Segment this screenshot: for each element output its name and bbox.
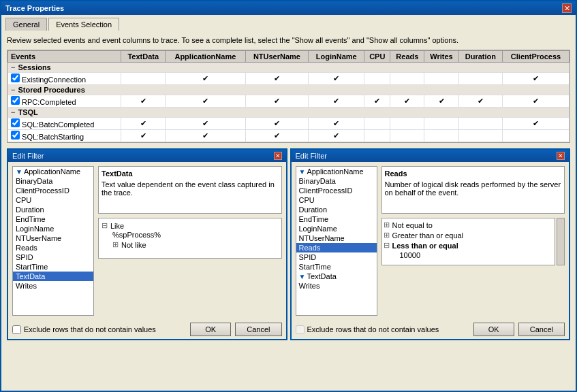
filter-value: %spProcess% <box>112 231 161 239</box>
list-item-reads-selected[interactable]: Reads <box>296 243 377 252</box>
cell-ntusername[interactable]: ✔ <box>245 95 309 108</box>
expand-icon[interactable]: ⊟ <box>102 221 108 230</box>
tab-events-selection[interactable]: Events Selection <box>48 18 119 31</box>
cell-appname[interactable]: ✔ <box>166 95 245 108</box>
expand-minus-icon[interactable]: ⊟ <box>384 241 390 250</box>
cell-cpu[interactable] <box>364 130 390 142</box>
list-item[interactable]: BinaryData <box>296 176 377 186</box>
list-item-selected[interactable]: TextData <box>13 272 93 281</box>
ef2-exclude-row: Exclude rows that do not contain values <box>296 325 439 334</box>
list-item[interactable]: SPID <box>13 252 93 262</box>
list-item[interactable]: ClientProcessID <box>296 186 377 195</box>
row-checkbox[interactable] <box>11 118 20 127</box>
cell-duration[interactable] <box>458 73 502 85</box>
cell-clientprocess[interactable]: ✔ <box>503 118 570 130</box>
col-cpu: CPU <box>364 51 390 63</box>
ef2-cancel-button[interactable]: Cancel <box>518 323 565 336</box>
list-item[interactable]: StartTime <box>13 262 93 272</box>
edit-filter-2-close-button[interactable]: ✕ <box>557 152 565 160</box>
cell-loginname[interactable]: ✔ <box>309 118 364 130</box>
ef1-right-section: TextData Text value dependent on the eve… <box>98 166 282 316</box>
list-item[interactable]: LoginName <box>13 224 93 233</box>
list-item[interactable]: Duration <box>296 205 377 214</box>
row-checkbox[interactable] <box>11 74 20 82</box>
cell-loginname[interactable]: ✔ <box>309 73 364 85</box>
tab-content: Review selected events and event columns… <box>1 31 576 346</box>
ef1-cancel-button[interactable]: Cancel <box>235 323 281 336</box>
list-item[interactable]: LoginName <box>296 224 377 233</box>
expand-plus-icon[interactable]: ⊞ <box>384 220 390 229</box>
cell-textdata[interactable]: ✔ <box>121 95 166 108</box>
cell-writes[interactable] <box>424 73 458 85</box>
list-item[interactable]: SPID <box>296 252 377 262</box>
tab-bar: General Events Selection <box>1 15 576 31</box>
cell-loginname[interactable]: ✔ <box>309 130 364 142</box>
edit-filter-2-body: ▼ApplicationName BinaryData ClientProces… <box>292 162 570 320</box>
cell-textdata[interactable]: ✔ <box>121 118 166 130</box>
cell-reads[interactable] <box>390 130 424 142</box>
list-item[interactable]: BinaryData <box>13 176 93 186</box>
cell-ntusername[interactable]: ✔ <box>245 130 309 142</box>
list-item[interactable]: EndTime <box>296 214 377 224</box>
cell-ntusername[interactable]: ✔ <box>245 118 309 130</box>
expand-plus-icon-2[interactable]: ⊞ <box>384 231 390 240</box>
cell-cpu[interactable] <box>364 73 390 85</box>
list-item[interactable]: NTUserName <box>296 233 377 243</box>
ef1-list[interactable]: ▼ApplicationName BinaryData ClientProces… <box>12 166 94 316</box>
list-item[interactable]: EndTime <box>13 214 93 224</box>
filter-scrollbar[interactable] <box>557 218 565 265</box>
cell-duration[interactable]: ✔ <box>458 95 502 108</box>
ef2-footer: Exclude rows that do not contain values … <box>292 320 570 339</box>
cell-writes[interactable] <box>424 130 458 142</box>
cell-clientprocess[interactable]: ✔ <box>503 95 570 108</box>
list-item[interactable]: CPU <box>13 195 93 205</box>
ef2-ok-button[interactable]: OK <box>473 323 514 336</box>
tab-general[interactable]: General <box>5 18 47 31</box>
ef2-filter-list[interactable]: ⊞ Not equal to ⊞ Greater than or equal ⊟… <box>381 218 556 265</box>
cell-appname[interactable]: ✔ <box>166 130 245 142</box>
edit-filter-1-close-button[interactable]: ✕ <box>274 152 282 160</box>
window-close-button[interactable]: ✕ <box>562 3 572 13</box>
cell-writes[interactable]: ✔ <box>424 95 458 108</box>
cell-loginname[interactable]: ✔ <box>309 95 364 108</box>
cell-reads[interactable] <box>390 73 424 85</box>
cell-cpu[interactable]: ✔ <box>364 95 390 108</box>
ef2-exclude-checkbox[interactable] <box>296 325 305 334</box>
cell-clientprocess[interactable] <box>503 130 570 142</box>
cell-cpu[interactable] <box>364 118 390 130</box>
cell-appname[interactable]: ✔ <box>166 73 245 85</box>
cell-ntusername[interactable]: ✔ <box>245 73 309 85</box>
list-item[interactable]: ▼TextData <box>296 272 377 281</box>
cell-textdata[interactable]: ✔ <box>121 130 166 142</box>
list-item[interactable]: StartTime <box>296 262 377 272</box>
list-item[interactable]: Reads <box>13 243 93 252</box>
cell-reads[interactable]: ✔ <box>390 95 424 108</box>
ef1-desc-text: Text value dependent on the event class … <box>102 180 279 197</box>
cell-duration[interactable] <box>458 118 502 130</box>
cell-appname[interactable]: ✔ <box>166 118 245 130</box>
list-item[interactable]: ▼ApplicationName <box>13 167 93 176</box>
window-title: Trace Properties <box>5 4 64 12</box>
title-bar: Trace Properties ✕ <box>1 1 576 15</box>
description-text: Review selected events and event columns… <box>7 36 570 44</box>
ef2-list[interactable]: ▼ApplicationName BinaryData ClientProces… <box>296 166 377 316</box>
list-item[interactable]: NTUserName <box>13 233 93 243</box>
cell-duration[interactable] <box>458 130 502 142</box>
ef1-exclude-checkbox[interactable] <box>12 325 21 334</box>
expand-icon-2[interactable]: ⊞ <box>112 240 119 249</box>
funnel-icon: ▼ <box>299 168 306 176</box>
col-duration: Duration <box>458 51 502 63</box>
cell-clientprocess[interactable]: ✔ <box>503 73 570 85</box>
list-item[interactable]: Duration <box>13 205 93 214</box>
cell-textdata[interactable] <box>121 73 166 85</box>
row-checkbox[interactable] <box>11 96 20 105</box>
list-item[interactable]: ClientProcessID <box>13 186 93 195</box>
list-item[interactable]: CPU <box>296 195 377 205</box>
ef1-ok-button[interactable]: OK <box>190 323 231 336</box>
list-item[interactable]: Writes <box>296 281 377 291</box>
cell-writes[interactable] <box>424 118 458 130</box>
row-checkbox[interactable] <box>11 131 20 140</box>
list-item[interactable]: Writes <box>13 281 93 291</box>
cell-reads[interactable] <box>390 118 424 130</box>
list-item[interactable]: ▼ApplicationName <box>296 167 377 176</box>
